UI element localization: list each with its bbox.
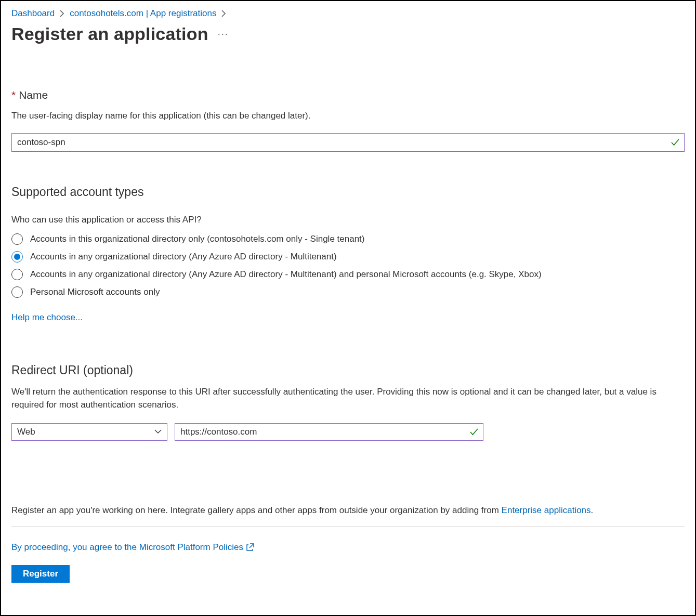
- platform-select[interactable]: Web: [11, 423, 167, 441]
- required-indicator: *: [11, 89, 16, 101]
- check-icon: [470, 428, 478, 436]
- integration-note-suffix: .: [591, 505, 594, 515]
- breadcrumb-app-registrations[interactable]: contosohotels.com | App registrations: [70, 8, 216, 19]
- radio-label: Accounts in this organizational director…: [30, 234, 365, 244]
- account-types-heading: Supported account types: [11, 185, 685, 199]
- more-actions-button[interactable]: ···: [218, 29, 229, 40]
- redirect-uri-input[interactable]: [175, 423, 483, 441]
- radio-personal-only[interactable]: Personal Microsoft accounts only: [11, 286, 685, 298]
- external-link-icon: [246, 543, 254, 551]
- radio-icon: [11, 233, 23, 245]
- page-title: Register an application: [11, 24, 208, 44]
- radio-icon: [11, 286, 23, 298]
- integration-note: Register an app you're working on here. …: [11, 505, 685, 516]
- radio-label: Accounts in any organizational directory…: [30, 269, 542, 280]
- platform-policies-link[interactable]: By proceeding, you agree to the Microsof…: [11, 542, 243, 553]
- chevron-right-icon: [221, 10, 226, 17]
- radio-icon: [11, 269, 23, 280]
- name-label: Name: [19, 89, 48, 101]
- radio-label: Personal Microsoft accounts only: [30, 287, 160, 297]
- radio-multitenant[interactable]: Accounts in any organizational directory…: [11, 251, 685, 263]
- platform-select-value: Web: [17, 427, 35, 437]
- enterprise-applications-link[interactable]: Enterprise applications: [502, 505, 591, 515]
- radio-single-tenant[interactable]: Accounts in this organizational director…: [11, 233, 685, 245]
- name-help-text: The user-facing display name for this ap…: [11, 110, 677, 123]
- redirect-heading: Redirect URI (optional): [11, 363, 685, 377]
- chevron-right-icon: [60, 10, 64, 17]
- integration-note-text: Register an app you're working on here. …: [11, 505, 502, 515]
- account-types-radio-group: Accounts in this organizational director…: [11, 233, 685, 298]
- check-icon: [671, 139, 679, 146]
- chevron-down-icon: [154, 429, 162, 434]
- radio-icon: [11, 251, 23, 263]
- breadcrumb-dashboard[interactable]: Dashboard: [11, 8, 55, 19]
- radio-label: Accounts in any organizational directory…: [30, 252, 337, 262]
- register-button[interactable]: Register: [11, 565, 70, 583]
- radio-multitenant-personal[interactable]: Accounts in any organizational directory…: [11, 269, 685, 280]
- breadcrumb: Dashboard contosohotels.com | App regist…: [11, 8, 685, 19]
- help-me-choose-link[interactable]: Help me choose...: [11, 312, 83, 323]
- account-types-question: Who can use this application or access t…: [11, 214, 677, 227]
- redirect-help-text: We'll return the authentication response…: [11, 386, 677, 411]
- name-input[interactable]: [11, 133, 685, 152]
